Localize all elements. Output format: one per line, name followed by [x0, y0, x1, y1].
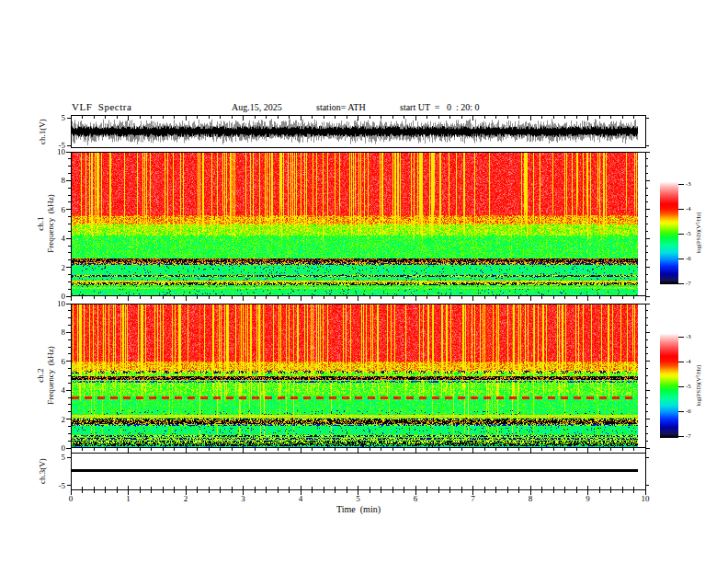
- x-tick: [415, 448, 416, 453]
- x-tick: [645, 486, 646, 489]
- y-tick: [645, 296, 650, 297]
- y-minor-tick: [68, 375, 71, 376]
- y-tick-label: 2: [49, 415, 65, 424]
- y-tick: [66, 209, 71, 210]
- x-minor-tick: [151, 448, 152, 451]
- x-minor-tick: [633, 116, 634, 119]
- x-minor-tick: [347, 296, 347, 299]
- x-tick-label: 6: [404, 494, 427, 503]
- x-tick: [358, 116, 358, 121]
- y-tick: [645, 145, 649, 146]
- x-minor-tick: [163, 490, 164, 493]
- x-minor-tick: [553, 490, 554, 493]
- y-tick: [645, 267, 650, 268]
- x-tick: [301, 486, 301, 489]
- x-minor-tick: [82, 116, 83, 119]
- y-minor-tick: [68, 426, 71, 427]
- x-minor-tick: [449, 487, 450, 489]
- y-minor-tick: [68, 368, 71, 369]
- x-minor-tick: [209, 296, 210, 299]
- x-minor-tick: [94, 296, 95, 299]
- x-minor-tick: [232, 448, 233, 451]
- x-tick-label: 0: [60, 494, 82, 503]
- x-minor-tick: [633, 487, 634, 489]
- y-minor-tick: [68, 201, 71, 202]
- colorbar-tick: [678, 259, 684, 259]
- x-minor-tick: [392, 448, 393, 451]
- y-minor-tick: [645, 274, 648, 275]
- y-tick: [67, 485, 71, 486]
- ch1-spectrogram-canvas: [72, 153, 638, 295]
- x-minor-tick: [370, 296, 370, 299]
- y-minor-tick: [645, 173, 648, 174]
- y-tick-label: 8: [49, 176, 65, 185]
- y-minor-tick: [645, 433, 648, 434]
- x-minor-tick: [335, 296, 336, 299]
- x-tick: [128, 116, 129, 121]
- x-tick: [358, 296, 358, 301]
- y-minor-tick: [645, 289, 648, 290]
- colorbar-tick: [678, 209, 684, 210]
- x-tick-label: 10: [634, 494, 656, 503]
- x-minor-tick: [82, 490, 83, 493]
- y-tick-label: 5: [49, 453, 65, 462]
- x-minor-tick: [117, 487, 118, 489]
- x-tick: [472, 296, 473, 301]
- x-minor-tick: [438, 116, 439, 119]
- x-minor-tick: [495, 296, 496, 299]
- x-minor-tick: [449, 490, 450, 493]
- y-tick: [67, 457, 71, 458]
- x-minor-tick: [335, 116, 336, 119]
- x-tick: [472, 486, 473, 489]
- y-minor-tick: [645, 397, 648, 398]
- x-minor-tick: [197, 487, 198, 489]
- x-minor-tick: [553, 487, 554, 489]
- x-minor-tick: [117, 116, 118, 119]
- x-minor-tick: [220, 296, 221, 299]
- x-minor-tick: [541, 296, 542, 299]
- x-minor-tick: [209, 490, 210, 493]
- y-minor-tick: [68, 347, 71, 348]
- y-tick: [645, 152, 650, 153]
- y-tick: [645, 304, 650, 304]
- x-minor-tick: [278, 487, 279, 489]
- x-minor-tick: [518, 487, 519, 489]
- x-minor-tick: [599, 448, 600, 451]
- x-tick: [243, 448, 244, 453]
- x-minor-tick: [495, 487, 496, 489]
- y-minor-tick: [645, 353, 648, 354]
- time-axis-label: Time (min): [71, 504, 646, 514]
- y-tick: [645, 361, 650, 362]
- x-tick: [243, 486, 244, 489]
- x-minor-tick: [324, 296, 324, 299]
- y-tick: [66, 180, 71, 181]
- y-minor-tick: [68, 441, 71, 442]
- x-minor-tick: [518, 296, 519, 299]
- y-tick-label: 6: [49, 357, 65, 366]
- x-minor-tick: [347, 448, 347, 451]
- colorbar-tick-label: -4: [686, 205, 691, 213]
- x-minor-tick: [335, 448, 336, 451]
- x-minor-tick: [324, 490, 324, 493]
- x-minor-tick: [163, 448, 164, 451]
- x-minor-tick: [94, 448, 95, 451]
- x-minor-tick: [220, 490, 221, 493]
- x-minor-tick: [438, 490, 439, 493]
- y-minor-tick: [68, 317, 71, 318]
- x-tick: [415, 486, 416, 489]
- y-minor-tick: [645, 383, 648, 384]
- x-minor-tick: [610, 487, 611, 489]
- x-tick-label: 3: [233, 494, 255, 503]
- x-minor-tick: [151, 296, 152, 299]
- y-tick-label: 5: [49, 113, 65, 122]
- x-minor-tick: [541, 116, 542, 119]
- x-minor-tick: [289, 296, 290, 299]
- colorbar-tick-label: -5: [686, 383, 691, 390]
- ch1-frequency-axis-label: Frequency (kHz): [46, 194, 55, 252]
- x-minor-tick: [266, 448, 267, 451]
- ch2-colorbar: [660, 333, 678, 438]
- colorbar-tick: [678, 362, 684, 362]
- x-tick: [186, 486, 187, 489]
- y-minor-tick: [68, 383, 71, 384]
- y-tick: [66, 152, 71, 153]
